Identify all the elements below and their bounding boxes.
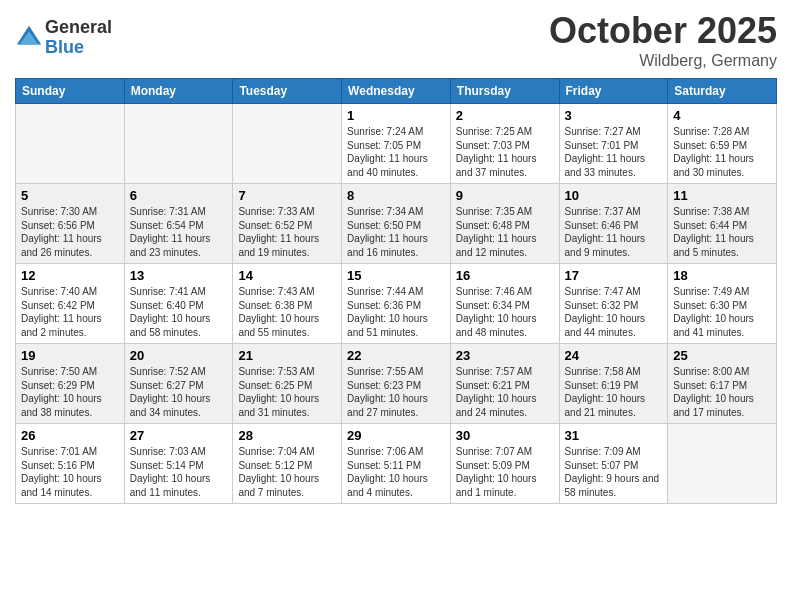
- day-info: Sunrise: 7:38 AMSunset: 6:44 PMDaylight:…: [673, 205, 771, 259]
- weekday-header: Saturday: [668, 79, 777, 104]
- page-header: General Blue October 2025 Wildberg, Germ…: [15, 10, 777, 70]
- day-number: 19: [21, 348, 119, 363]
- day-info: Sunrise: 7:43 AMSunset: 6:38 PMDaylight:…: [238, 285, 336, 339]
- calendar-day-cell: 24Sunrise: 7:58 AMSunset: 6:19 PMDayligh…: [559, 344, 668, 424]
- day-info: Sunrise: 7:09 AMSunset: 5:07 PMDaylight:…: [565, 445, 663, 499]
- day-info: Sunrise: 7:46 AMSunset: 6:34 PMDaylight:…: [456, 285, 554, 339]
- day-number: 25: [673, 348, 771, 363]
- day-number: 31: [565, 428, 663, 443]
- day-number: 27: [130, 428, 228, 443]
- day-number: 26: [21, 428, 119, 443]
- calendar-day-cell: 11Sunrise: 7:38 AMSunset: 6:44 PMDayligh…: [668, 184, 777, 264]
- calendar-day-cell: 21Sunrise: 7:53 AMSunset: 6:25 PMDayligh…: [233, 344, 342, 424]
- day-number: 10: [565, 188, 663, 203]
- day-info: Sunrise: 7:41 AMSunset: 6:40 PMDaylight:…: [130, 285, 228, 339]
- day-info: Sunrise: 7:04 AMSunset: 5:12 PMDaylight:…: [238, 445, 336, 499]
- day-number: 20: [130, 348, 228, 363]
- weekday-header: Wednesday: [342, 79, 451, 104]
- logo-blue-text: Blue: [45, 38, 112, 58]
- calendar-day-cell: [233, 104, 342, 184]
- calendar-day-cell: [668, 424, 777, 504]
- calendar-day-cell: 19Sunrise: 7:50 AMSunset: 6:29 PMDayligh…: [16, 344, 125, 424]
- day-info: Sunrise: 7:58 AMSunset: 6:19 PMDaylight:…: [565, 365, 663, 419]
- location: Wildberg, Germany: [549, 52, 777, 70]
- calendar-day-cell: 27Sunrise: 7:03 AMSunset: 5:14 PMDayligh…: [124, 424, 233, 504]
- day-number: 13: [130, 268, 228, 283]
- calendar-day-cell: 6Sunrise: 7:31 AMSunset: 6:54 PMDaylight…: [124, 184, 233, 264]
- day-info: Sunrise: 7:31 AMSunset: 6:54 PMDaylight:…: [130, 205, 228, 259]
- month-title: October 2025: [549, 10, 777, 52]
- day-number: 24: [565, 348, 663, 363]
- day-number: 15: [347, 268, 445, 283]
- day-info: Sunrise: 7:47 AMSunset: 6:32 PMDaylight:…: [565, 285, 663, 339]
- weekday-header: Monday: [124, 79, 233, 104]
- day-info: Sunrise: 7:55 AMSunset: 6:23 PMDaylight:…: [347, 365, 445, 419]
- day-number: 16: [456, 268, 554, 283]
- weekday-header: Sunday: [16, 79, 125, 104]
- day-info: Sunrise: 8:00 AMSunset: 6:17 PMDaylight:…: [673, 365, 771, 419]
- day-info: Sunrise: 7:01 AMSunset: 5:16 PMDaylight:…: [21, 445, 119, 499]
- day-info: Sunrise: 7:24 AMSunset: 7:05 PMDaylight:…: [347, 125, 445, 179]
- calendar-day-cell: 10Sunrise: 7:37 AMSunset: 6:46 PMDayligh…: [559, 184, 668, 264]
- day-number: 22: [347, 348, 445, 363]
- calendar-day-cell: 9Sunrise: 7:35 AMSunset: 6:48 PMDaylight…: [450, 184, 559, 264]
- calendar-day-cell: 14Sunrise: 7:43 AMSunset: 6:38 PMDayligh…: [233, 264, 342, 344]
- calendar-week-row: 5Sunrise: 7:30 AMSunset: 6:56 PMDaylight…: [16, 184, 777, 264]
- calendar-table: SundayMondayTuesdayWednesdayThursdayFrid…: [15, 78, 777, 504]
- day-number: 14: [238, 268, 336, 283]
- day-info: Sunrise: 7:49 AMSunset: 6:30 PMDaylight:…: [673, 285, 771, 339]
- day-number: 12: [21, 268, 119, 283]
- day-number: 23: [456, 348, 554, 363]
- day-info: Sunrise: 7:34 AMSunset: 6:50 PMDaylight:…: [347, 205, 445, 259]
- day-number: 21: [238, 348, 336, 363]
- calendar-day-cell: 20Sunrise: 7:52 AMSunset: 6:27 PMDayligh…: [124, 344, 233, 424]
- calendar-header-row: SundayMondayTuesdayWednesdayThursdayFrid…: [16, 79, 777, 104]
- day-info: Sunrise: 7:35 AMSunset: 6:48 PMDaylight:…: [456, 205, 554, 259]
- day-info: Sunrise: 7:03 AMSunset: 5:14 PMDaylight:…: [130, 445, 228, 499]
- calendar-day-cell: 18Sunrise: 7:49 AMSunset: 6:30 PMDayligh…: [668, 264, 777, 344]
- day-info: Sunrise: 7:37 AMSunset: 6:46 PMDaylight:…: [565, 205, 663, 259]
- day-info: Sunrise: 7:27 AMSunset: 7:01 PMDaylight:…: [565, 125, 663, 179]
- day-number: 17: [565, 268, 663, 283]
- calendar-week-row: 12Sunrise: 7:40 AMSunset: 6:42 PMDayligh…: [16, 264, 777, 344]
- calendar-day-cell: 12Sunrise: 7:40 AMSunset: 6:42 PMDayligh…: [16, 264, 125, 344]
- day-info: Sunrise: 7:53 AMSunset: 6:25 PMDaylight:…: [238, 365, 336, 419]
- day-number: 4: [673, 108, 771, 123]
- weekday-header: Friday: [559, 79, 668, 104]
- calendar-day-cell: 13Sunrise: 7:41 AMSunset: 6:40 PMDayligh…: [124, 264, 233, 344]
- calendar-day-cell: 29Sunrise: 7:06 AMSunset: 5:11 PMDayligh…: [342, 424, 451, 504]
- day-info: Sunrise: 7:57 AMSunset: 6:21 PMDaylight:…: [456, 365, 554, 419]
- calendar-week-row: 26Sunrise: 7:01 AMSunset: 5:16 PMDayligh…: [16, 424, 777, 504]
- day-info: Sunrise: 7:28 AMSunset: 6:59 PMDaylight:…: [673, 125, 771, 179]
- calendar-day-cell: 7Sunrise: 7:33 AMSunset: 6:52 PMDaylight…: [233, 184, 342, 264]
- day-number: 30: [456, 428, 554, 443]
- day-number: 6: [130, 188, 228, 203]
- calendar-day-cell: 3Sunrise: 7:27 AMSunset: 7:01 PMDaylight…: [559, 104, 668, 184]
- calendar-day-cell: 8Sunrise: 7:34 AMSunset: 6:50 PMDaylight…: [342, 184, 451, 264]
- day-info: Sunrise: 7:30 AMSunset: 6:56 PMDaylight:…: [21, 205, 119, 259]
- calendar-day-cell: 5Sunrise: 7:30 AMSunset: 6:56 PMDaylight…: [16, 184, 125, 264]
- day-number: 18: [673, 268, 771, 283]
- day-info: Sunrise: 7:44 AMSunset: 6:36 PMDaylight:…: [347, 285, 445, 339]
- day-info: Sunrise: 7:25 AMSunset: 7:03 PMDaylight:…: [456, 125, 554, 179]
- logo-icon: [15, 24, 43, 52]
- calendar-day-cell: 22Sunrise: 7:55 AMSunset: 6:23 PMDayligh…: [342, 344, 451, 424]
- day-number: 5: [21, 188, 119, 203]
- day-number: 1: [347, 108, 445, 123]
- calendar-day-cell: 17Sunrise: 7:47 AMSunset: 6:32 PMDayligh…: [559, 264, 668, 344]
- calendar-day-cell: 2Sunrise: 7:25 AMSunset: 7:03 PMDaylight…: [450, 104, 559, 184]
- day-number: 7: [238, 188, 336, 203]
- calendar-day-cell: 30Sunrise: 7:07 AMSunset: 5:09 PMDayligh…: [450, 424, 559, 504]
- day-info: Sunrise: 7:50 AMSunset: 6:29 PMDaylight:…: [21, 365, 119, 419]
- day-info: Sunrise: 7:07 AMSunset: 5:09 PMDaylight:…: [456, 445, 554, 499]
- title-section: October 2025 Wildberg, Germany: [549, 10, 777, 70]
- calendar-day-cell: 4Sunrise: 7:28 AMSunset: 6:59 PMDaylight…: [668, 104, 777, 184]
- calendar-day-cell: 25Sunrise: 8:00 AMSunset: 6:17 PMDayligh…: [668, 344, 777, 424]
- day-number: 2: [456, 108, 554, 123]
- day-info: Sunrise: 7:52 AMSunset: 6:27 PMDaylight:…: [130, 365, 228, 419]
- day-number: 11: [673, 188, 771, 203]
- day-number: 8: [347, 188, 445, 203]
- calendar-day-cell: 26Sunrise: 7:01 AMSunset: 5:16 PMDayligh…: [16, 424, 125, 504]
- weekday-header: Tuesday: [233, 79, 342, 104]
- calendar-week-row: 19Sunrise: 7:50 AMSunset: 6:29 PMDayligh…: [16, 344, 777, 424]
